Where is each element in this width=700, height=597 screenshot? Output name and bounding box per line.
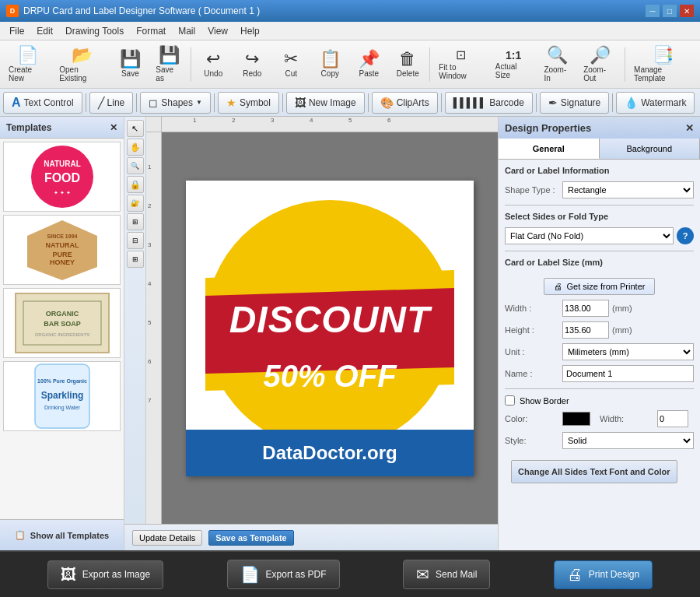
lock2-button[interactable]: 🔐	[127, 195, 144, 212]
design-properties-panel: Design Properties ✕ General Background C…	[498, 117, 700, 550]
svg-text:SINCE 1994: SINCE 1994	[47, 234, 77, 239]
open-existing-icon: 📂	[72, 47, 93, 64]
actual-size-icon: 1:1	[506, 50, 521, 61]
template-item[interactable]: 100% Pure Organic Sparkling Drinking Wat…	[3, 361, 121, 431]
barcode-button[interactable]: ▌▌▌▌▌ Barcode	[445, 92, 533, 114]
send-mail-button[interactable]: ✉ Send Mail	[403, 560, 490, 589]
menu-edit[interactable]: Edit	[30, 24, 59, 38]
width-input[interactable]	[562, 300, 609, 317]
lock-button[interactable]: 🔒	[127, 176, 144, 193]
open-existing-button[interactable]: 📂 Open Existing	[54, 44, 110, 86]
manage-template-button[interactable]: 📑 Manage Template	[628, 44, 697, 86]
props-close-icon[interactable]: ✕	[685, 122, 694, 134]
height-input[interactable]	[562, 321, 609, 339]
zoom-tool-button[interactable]: 🔍	[127, 157, 144, 174]
ruler-vertical: 1 2 3 4 5 6 7	[146, 132, 162, 524]
save-as-button[interactable]: 💾 Save as	[150, 44, 187, 86]
undo-button[interactable]: ↩ Undo	[194, 44, 232, 86]
svg-text:BAR SOAP: BAR SOAP	[44, 320, 81, 328]
toolstrip-sep-2	[136, 93, 137, 112]
border-style-select[interactable]: Solid Dashed Dotted	[562, 432, 694, 449]
new-image-button[interactable]: 🖼 New Image	[286, 92, 365, 114]
name-input[interactable]	[562, 365, 694, 382]
toolbar-sep-1	[191, 47, 191, 82]
bottom-bar: 🖼 Export as Image 📄 Export as PDF ✉ Send…	[0, 550, 700, 597]
save-button[interactable]: 💾 Save	[111, 44, 149, 86]
barcode-icon: ▌▌▌▌▌	[453, 97, 487, 108]
tab-background[interactable]: Background	[600, 139, 701, 159]
select-tool-button[interactable]: ↖	[127, 120, 144, 137]
sides-select[interactable]: Flat Card (No Fold) Bi-Fold Tri-Fold	[505, 227, 674, 244]
update-details-button[interactable]: Update Details	[132, 530, 202, 546]
template-item[interactable]: NATURAL FOOD ✦ ✦ ✦	[3, 142, 121, 212]
design-canvas[interactable]: BIG SALE DISCOUNT 50% OFF DataDoctor.org	[186, 181, 474, 476]
svg-text:BIG SALE: BIG SALE	[254, 248, 405, 280]
copy-button[interactable]: 📋 Copy	[311, 44, 348, 86]
svg-text:HONEY: HONEY	[49, 258, 74, 266]
shapes-icon: ◻	[149, 97, 158, 109]
canvas-wrap: BIG SALE DISCOUNT 50% OFF DataDoctor.org	[162, 132, 498, 524]
text-control-icon: A	[12, 96, 21, 110]
style-row: Style: Solid Dashed Dotted	[505, 432, 694, 449]
text-control-button[interactable]: A Text Control	[3, 92, 82, 114]
width-row: Width : (mm)	[505, 300, 694, 317]
signature-icon: ✒	[548, 97, 558, 109]
border-width-input[interactable]	[657, 410, 688, 427]
delete-button[interactable]: 🗑 Delete	[389, 44, 426, 86]
paste-button[interactable]: 📌 Paste	[350, 44, 387, 86]
cliparts-icon: 🎨	[380, 97, 394, 109]
show-all-templates-button[interactable]: 📋 Show all Templates	[0, 519, 124, 550]
shape-type-select[interactable]: Rectangle Circle Rounded Rectangle	[562, 181, 694, 198]
unit-select[interactable]: Milimeters (mm) Inches Centimeters	[562, 343, 694, 360]
menu-help[interactable]: Help	[234, 24, 266, 38]
shapes-button[interactable]: ◻ Shapes ▼	[140, 92, 211, 114]
menu-bar: File Edit Drawing Tools Format Mail View…	[0, 22, 700, 40]
change-all-sides-button[interactable]: Change All Sides Text Font and Color	[511, 460, 677, 483]
templates-close-icon[interactable]: ✕	[110, 122, 117, 133]
menu-file[interactable]: File	[3, 24, 30, 38]
pan-tool-button[interactable]: ✋	[127, 139, 144, 156]
cut-button[interactable]: ✂ Cut	[272, 44, 310, 86]
cliparts-button[interactable]: 🎨 ClipArts	[372, 92, 438, 114]
toolstrip-sep-8	[612, 93, 613, 112]
menu-view[interactable]: View	[201, 24, 234, 38]
show-all-icon: 📋	[15, 530, 26, 540]
template-item[interactable]: ORGANIC BAR SOAP ORGANIC INGREDIENTS	[3, 288, 121, 358]
export-pdf-button[interactable]: 📄 Export as PDF	[227, 560, 340, 589]
save-template-button[interactable]: Save as Template	[208, 530, 294, 546]
print-design-button[interactable]: 🖨 Print Design	[554, 560, 653, 589]
align-button[interactable]: ⊟	[127, 232, 144, 249]
svg-text:DISCOUNT: DISCOUNT	[229, 299, 432, 340]
tab-general[interactable]: General	[499, 139, 600, 159]
color-row: Color: Width:	[505, 410, 694, 427]
menu-drawing-tools[interactable]: Drawing Tools	[59, 24, 130, 38]
template-item[interactable]: SINCE 1994 NATURAL PURE HONEY	[3, 215, 121, 285]
sides-help-button[interactable]: ?	[677, 227, 694, 244]
menu-format[interactable]: Format	[130, 24, 172, 38]
view-all-button[interactable]: ⊞	[127, 251, 144, 268]
actual-size-button[interactable]: 1:1 Actual Size	[490, 44, 537, 86]
grid-button[interactable]: ⊞	[127, 213, 144, 230]
export-image-button[interactable]: 🖼 Export as Image	[47, 560, 163, 589]
signature-button[interactable]: ✒ Signature	[540, 92, 609, 114]
fit-to-window-button[interactable]: ⊡ Fit to Window	[433, 44, 488, 86]
border-color-swatch[interactable]	[562, 412, 590, 426]
line-button[interactable]: ╱ Line	[89, 92, 134, 114]
watermark-button[interactable]: 💧 Watermark	[616, 92, 695, 114]
svg-text:NATURAL: NATURAL	[44, 160, 81, 168]
templates-list: NATURAL FOOD ✦ ✦ ✦ SINCE 1994 NATURAL PU…	[0, 139, 124, 519]
svg-text:PURE: PURE	[52, 251, 72, 258]
toolstrip-sep-4	[282, 93, 283, 112]
create-new-button[interactable]: 📄 Create New	[3, 44, 52, 86]
close-button[interactable]: ✕	[680, 5, 694, 17]
watermark-icon: 💧	[625, 97, 638, 109]
minimize-button[interactable]: ─	[646, 5, 660, 17]
zoom-in-button[interactable]: 🔍 Zoom-In	[538, 44, 576, 86]
zoom-out-button[interactable]: 🔎 Zoom-Out	[578, 44, 621, 86]
get-size-button[interactable]: 🖨 Get size from Printer	[544, 278, 656, 295]
show-border-checkbox[interactable]	[505, 395, 515, 406]
menu-mail[interactable]: Mail	[172, 24, 201, 38]
symbol-button[interactable]: ★ Symbol	[218, 92, 279, 114]
redo-button[interactable]: ↪ Redo	[233, 44, 271, 86]
maximize-button[interactable]: □	[663, 5, 677, 17]
